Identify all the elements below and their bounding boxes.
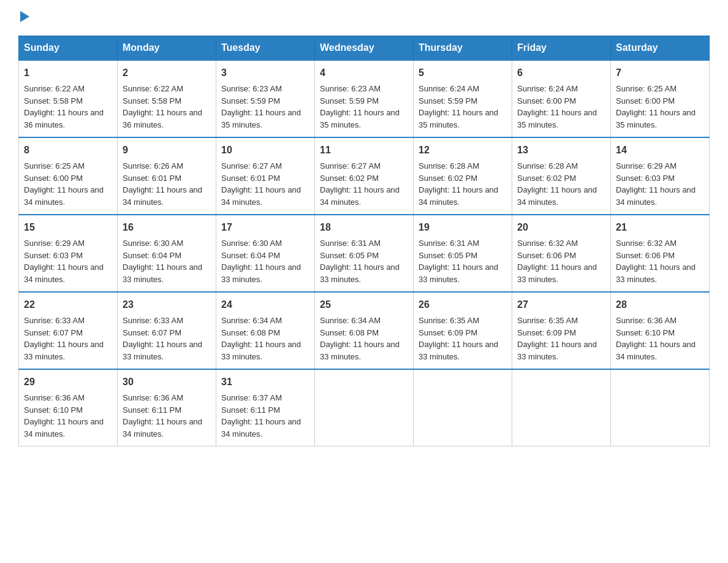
day-number: 6 <box>517 66 605 80</box>
calendar-header-monday: Monday <box>118 36 216 61</box>
sunset-text: Sunset: 5:58 PM <box>123 96 181 105</box>
sunset-text: Sunset: 5:59 PM <box>320 96 379 105</box>
sunset-text: Sunset: 6:05 PM <box>320 251 379 260</box>
daylight-text: Daylight: 11 hours and 33 minutes. <box>123 262 202 284</box>
sunset-text: Sunset: 6:01 PM <box>221 174 280 183</box>
sunset-text: Sunset: 6:02 PM <box>320 174 379 183</box>
calendar-cell: 6Sunrise: 6:24 AMSunset: 6:00 PMDaylight… <box>512 60 611 137</box>
sunset-text: Sunset: 5:59 PM <box>419 96 477 105</box>
day-number: 9 <box>123 143 211 158</box>
daylight-text: Daylight: 11 hours and 34 minutes. <box>123 417 202 439</box>
daylight-text: Daylight: 11 hours and 33 minutes. <box>419 262 498 284</box>
calendar-cell: 28Sunrise: 6:36 AMSunset: 6:10 PMDayligh… <box>611 292 710 369</box>
daylight-text: Daylight: 11 hours and 35 minutes. <box>616 108 696 129</box>
calendar-cell: 29Sunrise: 6:36 AMSunset: 6:10 PMDayligh… <box>19 369 118 446</box>
daylight-text: Daylight: 11 hours and 34 minutes. <box>616 185 696 207</box>
sunrise-text: Sunrise: 6:28 AM <box>419 161 479 170</box>
calendar-cell <box>414 369 512 446</box>
daylight-text: Daylight: 11 hours and 33 minutes. <box>221 340 301 361</box>
daylight-text: Daylight: 11 hours and 34 minutes. <box>24 417 104 439</box>
sunrise-text: Sunrise: 6:30 AM <box>221 239 282 248</box>
sunrise-text: Sunrise: 6:33 AM <box>123 316 183 325</box>
sunrise-text: Sunrise: 6:32 AM <box>616 239 677 248</box>
sunrise-text: Sunrise: 6:23 AM <box>221 84 282 93</box>
calendar-cell: 4Sunrise: 6:23 AMSunset: 5:59 PMDaylight… <box>315 60 414 137</box>
calendar-header-sunday: Sunday <box>19 36 118 61</box>
daylight-text: Daylight: 11 hours and 34 minutes. <box>24 262 104 284</box>
calendar-cell: 21Sunrise: 6:32 AMSunset: 6:06 PMDayligh… <box>611 215 710 292</box>
day-number: 13 <box>517 143 605 158</box>
daylight-text: Daylight: 11 hours and 33 minutes. <box>123 340 202 361</box>
day-number: 11 <box>320 143 408 158</box>
day-number: 2 <box>123 66 211 80</box>
day-number: 17 <box>221 220 309 235</box>
day-number: 25 <box>320 297 408 312</box>
calendar-cell: 31Sunrise: 6:37 AMSunset: 6:11 PMDayligh… <box>216 369 315 446</box>
daylight-text: Daylight: 11 hours and 34 minutes. <box>123 185 202 207</box>
calendar-cell: 16Sunrise: 6:30 AMSunset: 6:04 PMDayligh… <box>118 215 216 292</box>
calendar-cell: 30Sunrise: 6:36 AMSunset: 6:11 PMDayligh… <box>118 369 216 446</box>
day-number: 5 <box>419 66 507 80</box>
calendar-cell: 5Sunrise: 6:24 AMSunset: 5:59 PMDaylight… <box>414 60 512 137</box>
sunrise-text: Sunrise: 6:29 AM <box>616 161 677 170</box>
sunrise-text: Sunrise: 6:29 AM <box>24 239 85 248</box>
calendar-header-thursday: Thursday <box>414 36 512 61</box>
daylight-text: Daylight: 11 hours and 33 minutes. <box>320 340 400 361</box>
daylight-text: Daylight: 11 hours and 33 minutes. <box>517 340 597 361</box>
sunset-text: Sunset: 6:00 PM <box>24 174 83 183</box>
daylight-text: Daylight: 11 hours and 34 minutes. <box>24 185 104 207</box>
sunset-text: Sunset: 6:06 PM <box>616 251 675 260</box>
daylight-text: Daylight: 11 hours and 34 minutes. <box>616 340 696 361</box>
sunrise-text: Sunrise: 6:35 AM <box>419 316 479 325</box>
sunset-text: Sunset: 6:02 PM <box>517 174 576 183</box>
sunset-text: Sunset: 6:04 PM <box>123 251 181 260</box>
calendar-header-saturday: Saturday <box>611 36 710 61</box>
day-number: 19 <box>419 220 507 235</box>
sunrise-text: Sunrise: 6:27 AM <box>320 161 381 170</box>
calendar-week-row: 15Sunrise: 6:29 AMSunset: 6:03 PMDayligh… <box>19 215 710 292</box>
day-number: 7 <box>616 66 704 80</box>
day-number: 26 <box>419 297 507 312</box>
calendar-cell: 26Sunrise: 6:35 AMSunset: 6:09 PMDayligh… <box>414 292 512 369</box>
sunrise-text: Sunrise: 6:32 AM <box>517 239 578 248</box>
calendar-week-row: 8Sunrise: 6:25 AMSunset: 6:00 PMDaylight… <box>19 137 710 215</box>
sunrise-text: Sunrise: 6:33 AM <box>24 316 85 325</box>
daylight-text: Daylight: 11 hours and 33 minutes. <box>419 340 498 361</box>
sunset-text: Sunset: 6:11 PM <box>123 405 181 415</box>
sunset-text: Sunset: 6:09 PM <box>419 328 477 337</box>
day-number: 23 <box>123 297 211 312</box>
day-number: 14 <box>616 143 704 158</box>
daylight-text: Daylight: 11 hours and 36 minutes. <box>24 108 104 129</box>
calendar-cell: 10Sunrise: 6:27 AMSunset: 6:01 PMDayligh… <box>216 137 315 215</box>
day-number: 22 <box>24 297 112 312</box>
daylight-text: Daylight: 11 hours and 33 minutes. <box>320 262 400 284</box>
sunset-text: Sunset: 6:07 PM <box>123 328 181 337</box>
sunrise-text: Sunrise: 6:36 AM <box>24 393 85 402</box>
daylight-text: Daylight: 11 hours and 33 minutes. <box>517 262 597 284</box>
calendar-week-row: 29Sunrise: 6:36 AMSunset: 6:10 PMDayligh… <box>19 369 710 446</box>
sunrise-text: Sunrise: 6:24 AM <box>517 84 578 93</box>
sunset-text: Sunset: 6:03 PM <box>616 174 675 183</box>
day-number: 18 <box>320 220 408 235</box>
sunrise-text: Sunrise: 6:27 AM <box>221 161 282 170</box>
daylight-text: Daylight: 11 hours and 34 minutes. <box>221 417 301 439</box>
sunrise-text: Sunrise: 6:30 AM <box>123 239 183 248</box>
sunset-text: Sunset: 6:09 PM <box>517 328 576 337</box>
sunset-text: Sunset: 6:00 PM <box>517 96 576 105</box>
sunset-text: Sunset: 6:03 PM <box>24 251 83 260</box>
day-number: 10 <box>221 143 309 158</box>
calendar-cell: 22Sunrise: 6:33 AMSunset: 6:07 PMDayligh… <box>19 292 118 369</box>
day-number: 15 <box>24 220 112 235</box>
calendar-week-row: 22Sunrise: 6:33 AMSunset: 6:07 PMDayligh… <box>19 292 710 369</box>
calendar-table: SundayMondayTuesdayWednesdayThursdayFrid… <box>18 36 710 446</box>
sunset-text: Sunset: 6:01 PM <box>123 174 181 183</box>
sunset-text: Sunset: 6:04 PM <box>221 251 280 260</box>
sunset-text: Sunset: 6:11 PM <box>221 405 280 415</box>
sunset-text: Sunset: 6:10 PM <box>24 405 83 415</box>
sunrise-text: Sunrise: 6:24 AM <box>419 84 479 93</box>
calendar-cell: 14Sunrise: 6:29 AMSunset: 6:03 PMDayligh… <box>611 137 710 215</box>
sunset-text: Sunset: 6:00 PM <box>616 96 675 105</box>
day-number: 28 <box>616 297 704 312</box>
sunset-text: Sunset: 6:10 PM <box>616 328 675 337</box>
daylight-text: Daylight: 11 hours and 34 minutes. <box>419 185 498 207</box>
